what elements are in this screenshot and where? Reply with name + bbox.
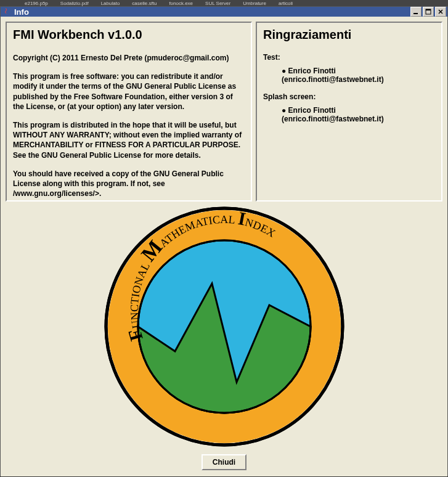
minimize-button[interactable] bbox=[410, 7, 422, 17]
about-panel: FMI Workbench v1.0.0 Copyright (C) 2011 … bbox=[6, 22, 252, 202]
license-para-1: This program is free software: you can r… bbox=[13, 71, 245, 112]
test-label: Test: bbox=[263, 53, 435, 62]
splash-credit: ● Enrico Finotti (enrico.finotti@fastweb… bbox=[263, 106, 435, 123]
app-title: FMI Workbench v1.0.0 bbox=[13, 28, 245, 42]
test-credit: ● Enrico Finotti (enrico.finotti@fastweb… bbox=[263, 67, 435, 84]
window-title: Info bbox=[14, 7, 410, 17]
button-area: Chiudi bbox=[6, 452, 442, 471]
license-para-2: This program is distributed in the hope … bbox=[13, 120, 245, 160]
splash-label: Splash screen: bbox=[263, 92, 435, 101]
close-window-button[interactable] bbox=[435, 7, 446, 17]
info-window: Info FMI Workbench v1.0.0 Copyright (C) … bbox=[0, 6, 448, 476]
copyright-text: Copyright (C) 2011 Ernesto Del Prete (pm… bbox=[13, 53, 245, 63]
background-taskbar: e2196.p5p Sodalizio.pdf Labulato caselle… bbox=[0, 0, 448, 6]
license-para-3: You should have received a copy of the G… bbox=[13, 169, 245, 199]
credits-heading: Ringraziamenti bbox=[263, 28, 435, 42]
fmi-logo: FUNCTIONAL MATHEMATICAL INDEX bbox=[104, 206, 344, 447]
credits-panel: Ringraziamenti Test: ● Enrico Finotti (e… bbox=[256, 22, 442, 202]
logo-area: FUNCTIONAL MATHEMATICAL INDEX bbox=[6, 204, 442, 449]
java-icon bbox=[2, 7, 12, 17]
svg-rect-2 bbox=[426, 9, 431, 10]
close-button[interactable]: Chiudi bbox=[202, 454, 246, 470]
svg-rect-0 bbox=[413, 13, 418, 14]
titlebar[interactable]: Info bbox=[1, 7, 447, 17]
content-area: FMI Workbench v1.0.0 Copyright (C) 2011 … bbox=[1, 17, 447, 476]
maximize-button[interactable] bbox=[423, 7, 434, 17]
window-controls bbox=[410, 7, 446, 17]
